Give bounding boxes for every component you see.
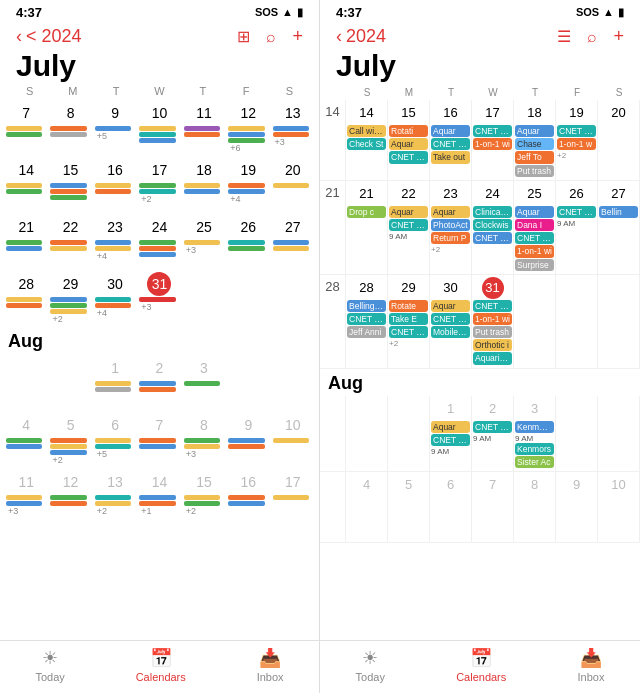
left-cell-12[interactable]: 12 +6	[226, 99, 270, 155]
right-aug-cell-3[interactable]: 3 Kenmore Class 1 9 AM Kenmors Sister Ac	[514, 396, 556, 472]
left-tab-bar: ☀ Today 📅 Calendars 📥 Inbox	[0, 640, 319, 693]
right-cell-22[interactable]: 22 Aquar CNET Check-In 9 AM	[388, 181, 430, 274]
left-aug-cell-14[interactable]: 14 +1	[137, 468, 181, 524]
left-calendars-label: Calendars	[136, 671, 186, 683]
left-today-label: Today	[35, 671, 64, 683]
left-search-icon[interactable]: ⌕	[266, 28, 276, 46]
right-cell-24[interactable]: 24 Clinical S Clockwis CNET Ch	[472, 181, 514, 274]
left-aug-cell-x2	[48, 354, 92, 410]
left-day-f: F	[224, 85, 267, 97]
right-cell-28[interactable]: 28 Bellingham CNET Ch Jeff Anni	[346, 275, 388, 368]
left-cell-23[interactable]: 23 +4	[93, 213, 137, 269]
left-cell-20[interactable]: 20	[271, 156, 315, 212]
left-cell-17[interactable]: 17 +2	[137, 156, 181, 212]
right-cell-20[interactable]: 20	[598, 100, 640, 180]
left-status-right: SOS ▲ ▮	[255, 6, 303, 19]
left-cell-31[interactable]: 31 +3	[137, 270, 181, 326]
right-cell-29[interactable]: 29 Rotate Take E CNET Ch +2	[388, 275, 430, 368]
left-cell-15[interactable]: 15	[48, 156, 92, 212]
left-aug-cell-2[interactable]: 2	[137, 354, 181, 410]
left-cell-24[interactable]: 24	[137, 213, 181, 269]
right-cell-14[interactable]: 14 Call with Jill Check St	[346, 100, 388, 180]
right-cell-17[interactable]: 17 CNET Ch 1-on-1 wi	[472, 100, 514, 180]
left-cell-aug3[interactable]	[271, 270, 315, 326]
left-aug-cell-5[interactable]: 5 +2	[48, 411, 92, 467]
right-cell-16[interactable]: 16 Aquar CNET Ch Take out	[430, 100, 472, 180]
left-cell-19[interactable]: 19 +4	[226, 156, 270, 212]
right-tab-calendars[interactable]: 📅 Calendars	[456, 647, 506, 683]
right-search-icon[interactable]: ⌕	[587, 28, 597, 46]
left-cell-28[interactable]: 28	[4, 270, 48, 326]
left-day-s1: S	[8, 85, 51, 97]
left-cell-26[interactable]: 26	[226, 213, 270, 269]
right-add-icon[interactable]: +	[613, 26, 624, 47]
left-cell-21[interactable]: 21	[4, 213, 48, 269]
right-aug-cell-2[interactable]: 2 CNET Check-In 9 AM	[472, 396, 514, 472]
right-inbox-label: Inbox	[577, 671, 604, 683]
right-cell-21[interactable]: 21 Drop c	[346, 181, 388, 274]
left-cell-16[interactable]: 16	[93, 156, 137, 212]
left-aug-cell-17[interactable]: 17	[271, 468, 315, 524]
left-aug-cell-4[interactable]: 4	[4, 411, 48, 467]
left-cell-29[interactable]: 29 +2	[48, 270, 92, 326]
left-cal-grid: 7 8 9 +5 10 11 12 +6	[0, 99, 319, 640]
left-aug-cell-12[interactable]: 12	[48, 468, 92, 524]
left-aug-week-3: 11 +3 12 13 +2 14 +1 15 +2	[4, 468, 315, 524]
left-cell-8[interactable]: 8	[48, 99, 92, 155]
right-status-right: SOS ▲ ▮	[576, 6, 624, 19]
right-cell-25[interactable]: 25 Aquar Dana I CNET Ch 1-on-1 wi Surpri…	[514, 181, 556, 274]
right-tab-today[interactable]: ☀ Today	[356, 647, 385, 683]
left-cell-9[interactable]: 9 +5	[93, 99, 137, 155]
left-aug-cell-1[interactable]: 1	[93, 354, 137, 410]
left-cell-13[interactable]: 13 +3	[271, 99, 315, 155]
right-back-chevron[interactable]: ‹	[336, 26, 342, 47]
left-aug-cell-11[interactable]: 11 +3	[4, 468, 48, 524]
right-month-title: July	[320, 49, 640, 85]
left-cell-14[interactable]: 14	[4, 156, 48, 212]
left-cell-22[interactable]: 22	[48, 213, 92, 269]
left-tab-calendars[interactable]: 📅 Calendars	[136, 647, 186, 683]
left-aug-cell-x1	[4, 354, 48, 410]
left-aug-cell-8[interactable]: 8 +3	[182, 411, 226, 467]
right-cell-23[interactable]: 23 Aquar PhotoAct Return P +2	[430, 181, 472, 274]
left-back-chevron[interactable]: ‹	[16, 26, 22, 47]
left-grid-icon[interactable]: ⊞	[237, 27, 250, 46]
left-cell-18[interactable]: 18	[182, 156, 226, 212]
left-cell-10[interactable]: 10	[137, 99, 181, 155]
left-cell-27[interactable]: 27	[271, 213, 315, 269]
left-cell-30[interactable]: 30 +4	[93, 270, 137, 326]
left-day-t1: T	[95, 85, 138, 97]
right-aug-cell-1[interactable]: 1 Aquar CNET Check-In 9 AM	[430, 396, 472, 472]
right-cell-31[interactable]: 31 CNET Ch 1-on-1 wi Put trash Orthotic …	[472, 275, 514, 368]
left-aug-cell-7[interactable]: 7	[137, 411, 181, 467]
right-cell-26[interactable]: 26 CNET Check-In 9 AM	[556, 181, 598, 274]
right-cell-15[interactable]: 15 Rotati Aquar CNET Ch	[388, 100, 430, 180]
right-today-label: Today	[356, 671, 385, 683]
left-cell-aug1[interactable]	[182, 270, 226, 326]
right-tab-inbox[interactable]: 📥 Inbox	[577, 647, 604, 683]
left-aug-cell-16[interactable]: 16	[226, 468, 270, 524]
left-aug-cell-3[interactable]: 3	[182, 354, 226, 410]
right-year-nav[interactable]: ‹ 2024	[336, 26, 386, 47]
left-aug-cell-13[interactable]: 13 +2	[93, 468, 137, 524]
left-aug-cell-9[interactable]: 9	[226, 411, 270, 467]
left-cell-11[interactable]: 11	[182, 99, 226, 155]
right-view-icon[interactable]: ☰	[557, 27, 571, 46]
right-cell-27[interactable]: 27 Bellin	[598, 181, 640, 274]
right-cell-18[interactable]: 18 Aquar Chase Jeff To Put trash	[514, 100, 556, 180]
left-cell-7[interactable]: 7	[4, 99, 48, 155]
left-cell-aug2[interactable]	[226, 270, 270, 326]
right-cell-19[interactable]: 19 CNET Check-In 1-on-1 w +2	[556, 100, 598, 180]
left-cell-25[interactable]: 25 +3	[182, 213, 226, 269]
left-aug-cell-6[interactable]: 6 +5	[93, 411, 137, 467]
right-panel: 4:37 SOS ▲ ▮ ‹ 2024 ☰ ⌕ + July S M T W T…	[320, 0, 640, 693]
right-cell-30[interactable]: 30 Aquar CNET Ch Mobile To	[430, 275, 472, 368]
left-tab-today[interactable]: ☀ Today	[35, 647, 64, 683]
left-tab-inbox[interactable]: 📥 Inbox	[257, 647, 284, 683]
left-aug-cell-10[interactable]: 10	[271, 411, 315, 467]
left-add-icon[interactable]: +	[292, 26, 303, 47]
left-year-nav[interactable]: ‹ < 2024	[16, 26, 82, 47]
left-aug-cell-15[interactable]: 15 +2	[182, 468, 226, 524]
left-day-headers: S M T W T F S	[0, 85, 319, 97]
right-battery-icon: ▮	[618, 6, 624, 19]
